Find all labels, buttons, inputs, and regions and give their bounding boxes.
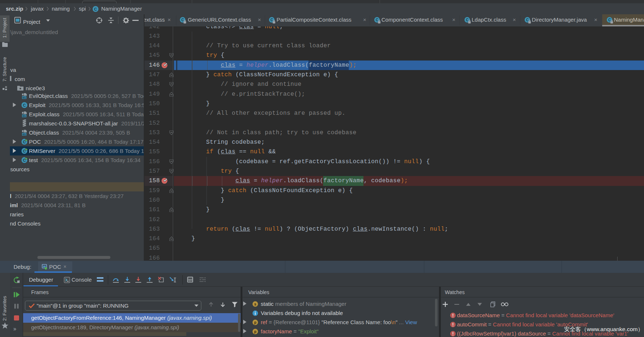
svg-text:C: C xyxy=(376,18,378,22)
svg-text:C: C xyxy=(608,18,611,22)
svg-text:C: C xyxy=(23,103,26,107)
svg-text:C: C xyxy=(181,18,184,22)
svg-text:C: C xyxy=(526,18,528,22)
svg-text:01: 01 xyxy=(23,114,26,118)
svg-text:01: 01 xyxy=(23,133,26,136)
svg-text:s: s xyxy=(254,302,256,306)
svg-text:p: p xyxy=(254,330,256,334)
svg-text:C: C xyxy=(94,7,97,11)
svg-text:01: 01 xyxy=(23,96,26,99)
svg-text:C: C xyxy=(270,18,273,22)
svg-text:p: p xyxy=(254,320,256,325)
svg-text:C: C xyxy=(466,18,468,22)
